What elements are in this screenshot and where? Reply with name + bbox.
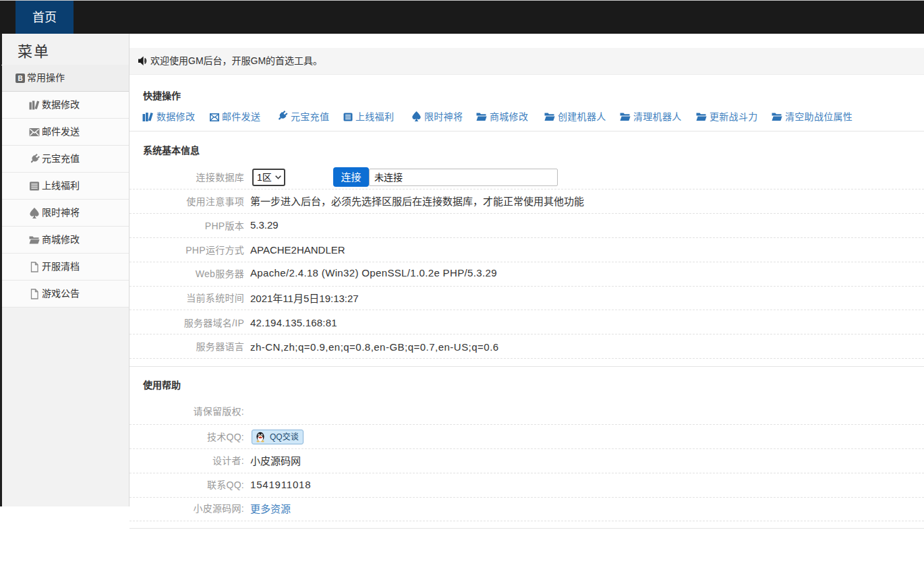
svg-text:B: B: [18, 75, 22, 82]
